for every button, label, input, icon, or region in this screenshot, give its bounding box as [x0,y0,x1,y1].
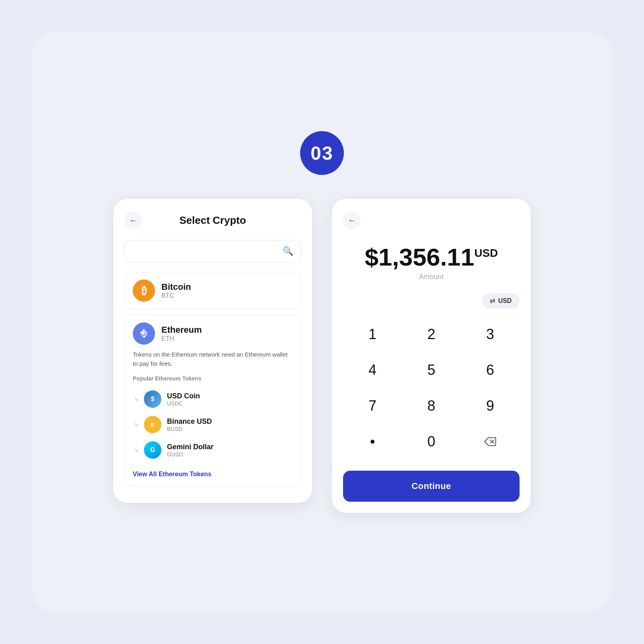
numpad-key-7[interactable]: 7 [343,388,402,424]
back-button-left[interactable]: ← [124,211,142,229]
gusd-info: Gemini Dollar GUSD [167,443,213,458]
search-icon: 🔍 [283,246,293,256]
amount-currency: USD [474,247,498,259]
amount-panel-header: ← [343,211,520,229]
numpad-key-0[interactable]: 0 [402,424,461,460]
select-crypto-panel: ← Select Crypto 🔍 ₿ Bitcoin BTC [113,199,312,503]
usdc-arrow-icon: ↳ [134,396,139,402]
back-button-right[interactable]: ← [343,211,361,229]
svg-marker-1 [140,329,144,335]
bitcoin-icon: ₿ [133,279,155,302]
panel-header: ← Select Crypto [124,211,301,229]
continue-button[interactable]: Continue [343,471,520,502]
ethereum-ticker: ETH [161,335,202,342]
bitcoin-info: Bitcoin BTC [161,282,191,299]
busd-arrow-icon: ↳ [134,421,139,428]
search-box: 🔍 [124,240,301,262]
numpad-key-1[interactable]: 1 [343,316,402,352]
step-number: 03 [310,142,333,164]
bitcoin-ticker: BTC [161,292,191,299]
svg-marker-0 [144,329,148,335]
popular-tokens-label: Popular Ethereum Tokens [133,375,201,382]
busd-icon: B [144,416,161,433]
ethereum-item-top: Ethereum ETH [133,322,293,345]
gusd-ticker: GUSD [167,451,213,458]
numpad-key-5[interactable]: 5 [402,352,461,388]
gusd-name: Gemini Dollar [167,443,213,451]
busd-token-item[interactable]: ↳ B Binance USD BUSD [133,412,212,437]
gusd-token-item[interactable]: ↳ G Gemini Dollar GUSD [133,437,213,463]
gusd-icon: G [144,441,161,459]
amount-display: $1,356.11USD [343,245,520,270]
outer-container: 03 ← Select Crypto 🔍 ₿ Bitcoin BTC [32,32,612,612]
ethereum-item[interactable]: Ethereum ETH Tokens on the Ethereum netw… [124,315,301,486]
busd-ticker: BUSD [167,426,212,432]
busd-name: Binance USD [167,417,212,426]
numpad-key-6[interactable]: 6 [461,352,520,388]
gusd-arrow-icon: ↳ [134,447,139,453]
toggle-currency-label: USD [498,297,512,305]
numpad: 1 2 3 4 5 6 7 8 9 • 0 [343,316,520,460]
usdc-icon: $ [144,390,161,408]
numpad-key-3[interactable]: 3 [461,316,520,352]
usdc-ticker: USDC [167,400,200,407]
numpad-key-dot[interactable]: • [343,424,402,460]
amount-value: $1,356.11USD [365,243,498,271]
bitcoin-name: Bitcoin [161,282,191,292]
view-all-ethereum-link[interactable]: View All Ethereum Tokens [133,471,211,478]
numpad-key-4[interactable]: 4 [343,352,402,388]
amount-panel: ← $1,356.11USD Amount ⇄ USD 1 2 3 4 5 [332,199,531,513]
currency-toggle-area: ⇄ USD [343,293,520,308]
numpad-backspace-button[interactable] [461,424,520,460]
step-badge: 03 [300,131,344,175]
ethereum-info: Ethereum ETH [161,325,202,342]
usdc-name: USD Coin [167,392,200,400]
currency-toggle-button[interactable]: ⇄ USD [482,293,520,308]
panels: ← Select Crypto 🔍 ₿ Bitcoin BTC [113,199,531,513]
usdc-token-item[interactable]: ↳ $ USD Coin USDC [133,386,200,412]
ethereum-description: Tokens on the Ethereum network need an E… [133,350,293,368]
numpad-key-9[interactable]: 9 [461,388,520,424]
bitcoin-item[interactable]: ₿ Bitcoin BTC [124,272,301,309]
busd-info: Binance USD BUSD [167,417,212,432]
numpad-key-2[interactable]: 2 [402,316,461,352]
ethereum-icon [133,322,155,345]
search-input[interactable] [132,247,283,256]
usdc-info: USD Coin USDC [167,392,200,407]
select-crypto-title: Select Crypto [179,214,246,227]
numpad-key-8[interactable]: 8 [402,388,461,424]
amount-label: Amount [343,273,520,281]
ethereum-name: Ethereum [161,325,202,335]
swap-icon: ⇄ [490,297,495,305]
